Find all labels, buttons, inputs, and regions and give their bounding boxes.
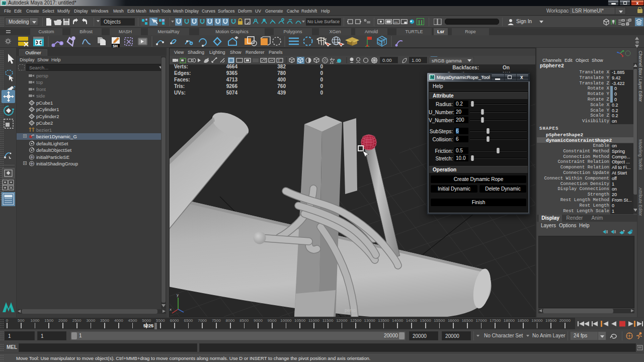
svg-text:T: T <box>278 59 280 62</box>
svg-text:persp: persp <box>345 308 356 313</box>
svg-text:y: y <box>177 293 179 297</box>
svg-text:SH: SH <box>113 44 118 48</box>
svg-text:IPR: IPR <box>394 21 398 24</box>
svg-text:x: x <box>170 307 172 312</box>
